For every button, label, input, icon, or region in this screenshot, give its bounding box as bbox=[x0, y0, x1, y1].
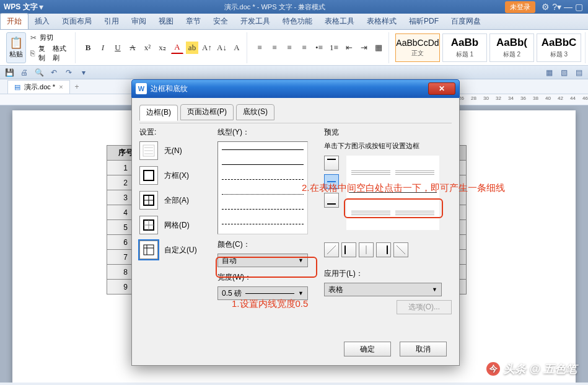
copy-icon: ⎘ bbox=[29, 48, 38, 58]
undo-icon[interactable]: ↶ bbox=[48, 68, 59, 77]
print-icon[interactable]: 🖨 bbox=[19, 68, 30, 77]
apply-to-dropdown[interactable]: 表格▼ bbox=[324, 283, 442, 296]
svg-rect-11 bbox=[144, 245, 154, 255]
align-left-button[interactable]: ≡ bbox=[253, 42, 266, 54]
line-style-listbox[interactable] bbox=[217, 141, 308, 234]
underline-button[interactable]: U bbox=[112, 42, 124, 54]
align-right-button[interactable]: ≡ bbox=[283, 42, 296, 54]
setting-box[interactable]: 方框(X) bbox=[139, 166, 206, 185]
gear-icon[interactable]: ⚙ bbox=[542, 2, 550, 12]
align-center-button[interactable]: ≡ bbox=[268, 42, 281, 54]
dialog-tabs: 边框(B)页面边框(P)底纹(S) bbox=[139, 104, 452, 120]
redo-icon[interactable]: ↷ bbox=[63, 68, 74, 77]
font-color-button[interactable]: A bbox=[171, 42, 183, 54]
numbering-button[interactable]: 1≡ bbox=[328, 42, 340, 54]
border-bottom-button[interactable] bbox=[324, 193, 339, 208]
copy-button[interactable]: ⎘复制 格式刷 bbox=[29, 44, 71, 63]
max-icon[interactable]: ▢ bbox=[575, 2, 583, 12]
ribbon-tab-9[interactable]: 特色功能 bbox=[276, 14, 318, 29]
options-button: 选项(O)... bbox=[397, 300, 452, 314]
font-inc-button[interactable]: A↑ bbox=[201, 42, 213, 54]
setting-grid[interactable]: 网格(D) bbox=[139, 216, 206, 234]
ribbon-tab-13[interactable]: 百度网盘 bbox=[445, 14, 487, 29]
doc-icon: ▤ bbox=[14, 83, 20, 91]
paste-button[interactable]: 📋 粘贴 bbox=[6, 32, 26, 63]
annotation-text-1: 1.设置内线宽度0.5 bbox=[232, 298, 308, 310]
svg-line-21 bbox=[397, 246, 405, 254]
ribbon-tab-3[interactable]: 引用 bbox=[98, 14, 125, 29]
save-icon[interactable]: 💾 bbox=[4, 68, 15, 77]
superscript-button[interactable]: x² bbox=[141, 42, 154, 54]
ribbon-tab-12[interactable]: 福昕PDF bbox=[403, 14, 445, 29]
dialog-body: 边框(B)页面边框(P)底纹(S) 设置: 无(N) 方框(X) 全部(A) 网… bbox=[131, 98, 460, 366]
toolbar-icon[interactable]: ▦ bbox=[543, 68, 555, 77]
styles-gallery: AaBbCcDd正文AaBb标题 1AaBb(标题 2AaBbC标题 3 bbox=[392, 32, 586, 63]
ribbon-tab-8[interactable]: 开发工具 bbox=[234, 14, 276, 29]
ribbon-tab-10[interactable]: 表格工具 bbox=[318, 14, 361, 29]
setting-none[interactable]: 无(N) bbox=[139, 141, 206, 160]
style-标题 2[interactable]: AaBb(标题 2 bbox=[489, 33, 534, 62]
style-标题 3[interactable]: AaBbC标题 3 bbox=[537, 33, 581, 62]
login-button[interactable]: 未登录 bbox=[505, 1, 535, 13]
document-tab[interactable]: ▤ 演示.doc * × bbox=[7, 80, 70, 94]
format-painter-button[interactable]: 格式刷 bbox=[53, 44, 71, 63]
annotation-text-2: 2.在表格中间空白处点击一下，即可产生一条细线 bbox=[302, 182, 505, 194]
scissors-icon: ✂ bbox=[29, 33, 38, 43]
border-vmiddle-button[interactable] bbox=[359, 242, 374, 257]
border-left-button[interactable] bbox=[341, 242, 356, 257]
style-正文[interactable]: AaBbCcDd正文 bbox=[395, 33, 440, 62]
ribbon-tab-2[interactable]: 页面布局 bbox=[56, 14, 98, 29]
cut-button[interactable]: ✂剪切 bbox=[29, 33, 71, 43]
justify-button[interactable]: ≡ bbox=[298, 42, 310, 54]
bullets-button[interactable]: •≡ bbox=[313, 42, 325, 54]
svg-line-17 bbox=[327, 246, 336, 254]
help-icon[interactable]: ?▾ bbox=[552, 2, 561, 12]
ribbon-tab-4[interactable]: 审阅 bbox=[125, 14, 152, 29]
dialog-tab-2[interactable]: 底纹(S) bbox=[236, 104, 274, 120]
close-tab-icon[interactable]: × bbox=[59, 83, 63, 91]
ribbon: 📋 粘贴 ✂剪切 ⎘复制 格式刷 B I U A x² x₂ A ab A↑ A… bbox=[0, 30, 588, 66]
italic-button[interactable]: I bbox=[97, 42, 109, 54]
font-dec-button[interactable]: A↓ bbox=[216, 42, 228, 54]
indent-inc-button[interactable]: ⇥ bbox=[358, 42, 370, 54]
preview-icon[interactable]: 🔍 bbox=[33, 68, 45, 77]
border-right-button[interactable] bbox=[376, 242, 391, 257]
subscript-button[interactable]: x₂ bbox=[156, 42, 169, 54]
ok-button[interactable]: 确定 bbox=[344, 342, 391, 356]
ribbon-tab-7[interactable]: 安全 bbox=[207, 14, 234, 29]
highlight-button[interactable]: ab bbox=[186, 42, 198, 54]
setting-all[interactable]: 全部(A) bbox=[139, 191, 206, 210]
border-top-button[interactable] bbox=[324, 156, 339, 170]
char-border-button[interactable]: A bbox=[230, 42, 243, 54]
dialog-titlebar[interactable]: W 边框和底纹 ✕ bbox=[131, 79, 460, 98]
qat-dropdown-icon[interactable]: ▾ bbox=[78, 68, 89, 77]
bold-button[interactable]: B bbox=[82, 42, 94, 54]
preview-label: 预览 bbox=[324, 127, 452, 138]
ribbon-tab-5[interactable]: 视图 bbox=[152, 14, 180, 29]
toolbar-icon[interactable]: ▤ bbox=[573, 68, 584, 77]
style-标题 1[interactable]: AaBb标题 1 bbox=[442, 33, 487, 62]
ribbon-tab-1[interactable]: 插入 bbox=[29, 14, 56, 29]
window-title: 演示.doc * - WPS 文字 - 兼容模式 bbox=[45, 2, 506, 12]
svg-rect-4 bbox=[144, 170, 154, 180]
menu-dropdown-icon[interactable]: ▾ bbox=[39, 2, 43, 12]
dialog-tab-0[interactable]: 边框(B) bbox=[139, 105, 178, 121]
chevron-down-icon: ▼ bbox=[432, 286, 437, 293]
add-tab-button[interactable]: + bbox=[75, 82, 79, 91]
toolbar-icon[interactable]: ▧ bbox=[558, 68, 569, 77]
setting-custom[interactable]: 自定义(U) bbox=[139, 241, 206, 259]
chevron-down-icon: ▼ bbox=[298, 290, 304, 296]
cancel-button[interactable]: 取消 bbox=[400, 342, 447, 356]
strike-button[interactable]: A bbox=[126, 42, 139, 54]
ribbon-tab-6[interactable]: 章节 bbox=[180, 14, 207, 29]
min-icon[interactable]: — bbox=[564, 2, 573, 12]
border-diag2-button[interactable] bbox=[393, 242, 408, 257]
preview-hint: 单击下方图示或按钮可设置边框 bbox=[324, 141, 452, 151]
ribbon-tab-11[interactable]: 表格样式 bbox=[361, 14, 403, 29]
indent-dec-button[interactable]: ⇤ bbox=[343, 42, 355, 54]
ribbon-tab-0[interactable]: 开始 bbox=[0, 13, 29, 29]
dialog-close-button[interactable]: ✕ bbox=[428, 82, 455, 95]
borders-button[interactable]: ▦ bbox=[372, 42, 385, 54]
dialog-tab-1[interactable]: 页面边框(P) bbox=[180, 104, 234, 120]
border-diag-button[interactable] bbox=[324, 242, 339, 257]
